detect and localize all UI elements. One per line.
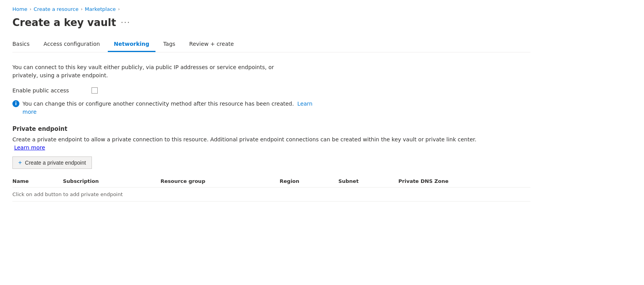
info-message: You can change this or configure another… [22, 101, 294, 107]
table-header-row: Name Subscription Resource group Region … [12, 175, 530, 188]
tab-basics[interactable]: Basics [12, 38, 36, 52]
col-region: Region [280, 175, 338, 188]
breadcrumb-home[interactable]: Home [12, 6, 27, 12]
private-endpoint-learn-more-link[interactable]: Learn more [14, 144, 45, 151]
create-endpoint-label: Create a private endpoint [25, 160, 86, 166]
public-access-checkbox-wrapper[interactable] [92, 87, 98, 94]
info-icon: i [12, 100, 19, 107]
tab-access-configuration[interactable]: Access configuration [37, 38, 106, 52]
breadcrumb-marketplace[interactable]: Marketplace [85, 6, 116, 12]
tab-tags[interactable]: Tags [157, 38, 181, 52]
public-access-field-row: Enable public access [12, 87, 530, 94]
private-endpoint-section: Private endpoint Create a private endpoi… [12, 125, 530, 202]
breadcrumb-sep-2: › [81, 7, 82, 12]
table-empty-row: Click on add button to add private endpo… [12, 188, 530, 202]
networking-description: You can connect to this key vault either… [12, 63, 284, 80]
col-private-dns-zone: Private DNS Zone [399, 175, 530, 188]
page-title-row: Create a key vault ··· [12, 17, 530, 28]
col-subscription: Subscription [63, 175, 161, 188]
col-resource-group: Resource group [161, 175, 280, 188]
breadcrumb-sep-1: › [29, 7, 31, 12]
public-access-checkbox[interactable] [92, 87, 98, 94]
info-text: You can change this or configure another… [22, 100, 323, 116]
public-access-label: Enable public access [12, 87, 82, 94]
networking-section: You can connect to this key vault either… [12, 63, 530, 202]
title-more-options[interactable]: ··· [121, 18, 130, 27]
col-subnet: Subnet [338, 175, 399, 188]
page-title: Create a key vault [12, 17, 116, 28]
breadcrumb: Home › Create a resource › Marketplace › [12, 6, 530, 12]
private-endpoint-description: Create a private endpoint to allow a pri… [12, 136, 478, 152]
tabs-container: Basics Access configuration Networking T… [12, 38, 530, 52]
tab-review-create[interactable]: Review + create [183, 38, 240, 52]
table-empty-message: Click on add button to add private endpo… [12, 188, 530, 202]
create-private-endpoint-button[interactable]: + Create a private endpoint [12, 156, 92, 169]
breadcrumb-create-resource[interactable]: Create a resource [34, 6, 79, 12]
col-name: Name [12, 175, 63, 188]
info-block: i You can change this or configure anoth… [12, 100, 323, 116]
tab-networking[interactable]: Networking [108, 38, 155, 52]
breadcrumb-sep-3: › [118, 7, 120, 12]
private-endpoint-heading: Private endpoint [12, 125, 530, 132]
private-endpoint-table: Name Subscription Resource group Region … [12, 175, 530, 202]
plus-icon: + [18, 159, 22, 166]
